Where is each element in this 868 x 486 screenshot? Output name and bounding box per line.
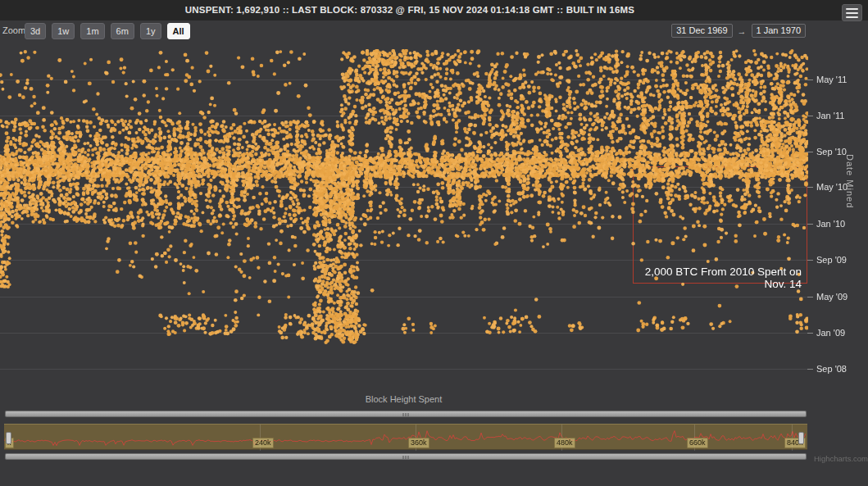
y-tick	[807, 260, 813, 261]
x-axis-title: Block Height Spent	[0, 394, 807, 404]
navigator-tick-label: 240k	[252, 438, 274, 448]
app-window: UNSPENT: 1,692,910 :: LAST BLOCK: 870332…	[0, 0, 868, 486]
menu-button[interactable]	[842, 4, 862, 21]
hamburger-icon	[846, 12, 858, 14]
navigator-left-handle[interactable]	[6, 432, 11, 444]
scrollbar-thumb[interactable]	[5, 453, 807, 460]
annotation-label: 2,000 BTC From 2010 Spent on Nov. 14	[633, 266, 802, 290]
range-from-input[interactable]: 31 Dec 1969	[671, 24, 732, 38]
scrollbar-thumb[interactable]	[5, 411, 807, 417]
page-title: UNSPENT: 1,692,910 :: LAST BLOCK: 870332…	[0, 0, 820, 20]
highcharts-credit-link[interactable]: Highcharts.com	[814, 454, 868, 463]
navigator-tick-label: 660k	[687, 438, 708, 448]
header-bar: UNSPENT: 1,692,910 :: LAST BLOCK: 870332…	[0, 0, 868, 20]
zoom-button-all[interactable]: All	[167, 23, 190, 39]
y-tick-label: May '09	[816, 292, 866, 302]
zoom-button-1y[interactable]: 1y	[140, 23, 161, 39]
y-axis-title: Date Mined	[845, 154, 855, 208]
scrollbar-grip-icon	[403, 413, 409, 416]
y-tick	[807, 224, 813, 225]
navigator-right-handle[interactable]	[798, 432, 804, 444]
y-tick	[807, 333, 813, 334]
y-tick-label: May '10	[816, 182, 866, 192]
zoom-button-1m[interactable]: 1m	[80, 23, 104, 39]
x-scrollbar-top[interactable]	[4, 410, 807, 418]
zoom-button-1w[interactable]: 1w	[52, 23, 75, 39]
navigator-tick-label: 360k	[408, 438, 429, 448]
y-tick-label: Jan '11	[816, 111, 866, 120]
range-arrow-icon: →	[738, 26, 747, 36]
y-tick-label: Sep '09	[816, 255, 866, 265]
navigator-tick-label: 480k	[554, 438, 575, 448]
y-tick	[807, 187, 813, 188]
y-tick-label: Sep '10	[816, 147, 866, 157]
navigator[interactable]: k240k360k480k660k840k	[4, 424, 807, 450]
y-tick	[807, 369, 813, 370]
zoom-button-3d[interactable]: 3d	[25, 23, 46, 39]
date-range-selector: 31 Dec 1969 → 1 Jan 1970	[671, 24, 806, 38]
range-to-input[interactable]: 1 Jan 1970	[752, 24, 806, 38]
y-tick-label: May '11	[816, 75, 866, 84]
y-tick-label: Sep '08	[816, 364, 866, 374]
x-scrollbar-bottom[interactable]	[4, 452, 807, 461]
hamburger-icon	[846, 8, 858, 10]
y-tick	[807, 297, 813, 298]
y-tick	[807, 79, 813, 80]
hamburger-icon	[846, 16, 858, 18]
y-tick-label: Jan '09	[816, 328, 866, 338]
scrollbar-grip-icon	[403, 456, 409, 459]
y-tick	[807, 116, 813, 116]
zoom-button-group: 3d1w1m6m1yAll	[25, 23, 190, 39]
scatter-plot-area[interactable]	[0, 49, 808, 387]
y-tick	[807, 152, 813, 152]
zoom-button-6m[interactable]: 6m	[111, 23, 134, 39]
navigator-series	[4, 425, 806, 449]
y-tick-label: Jan '10	[816, 219, 866, 229]
zoom-label: Zoom	[2, 25, 25, 35]
